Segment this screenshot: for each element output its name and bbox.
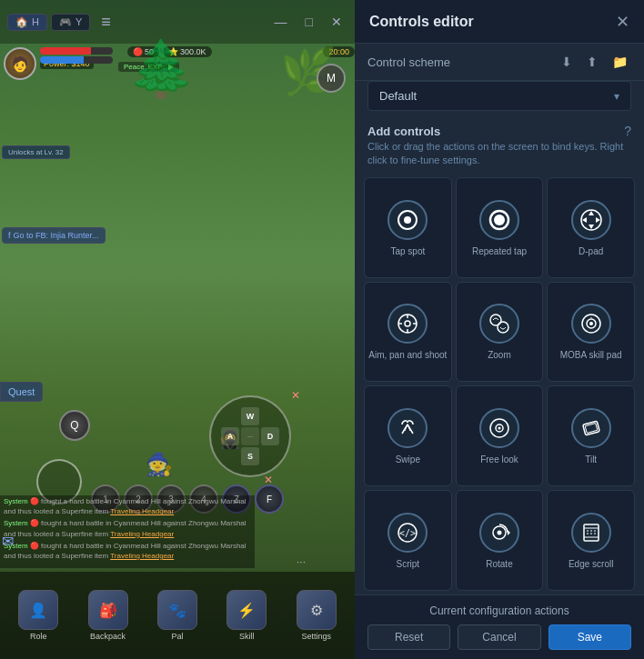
control-edge-scroll[interactable]: Edge scroll xyxy=(547,490,635,591)
control-repeated-tap[interactable]: Repeated tap xyxy=(456,177,544,278)
repeated-tap-label: Repeated tap xyxy=(472,245,527,257)
swipe-icon xyxy=(387,408,428,448)
scheme-upload-button[interactable]: ⬆ xyxy=(583,53,601,71)
facebook-button[interactable]: f Go to FB: Injia Runter... xyxy=(2,227,106,244)
help-icon[interactable]: ? xyxy=(624,124,631,138)
exp-bar xyxy=(40,56,113,64)
tilt-label: Tilt xyxy=(585,454,597,465)
window-close-button[interactable]: ✕ xyxy=(326,13,347,31)
tilt-icon xyxy=(571,408,611,448)
scheme-folder-button[interactable]: 📁 xyxy=(609,53,631,71)
svg-marker-7 xyxy=(582,217,587,223)
svg-marker-6 xyxy=(589,225,594,229)
script-icon: </> xyxy=(387,513,428,553)
scheme-actions: ⬇ ⬆ 📁 xyxy=(558,53,631,71)
d-key[interactable]: D xyxy=(261,427,279,445)
svg-point-23 xyxy=(498,427,500,430)
tap-spot-label: Tap spot xyxy=(390,245,425,257)
player-avatar: 🧑 xyxy=(4,47,36,80)
chat-line-3: System 🔴 fought a hard battle in Cyanmea… xyxy=(0,540,255,562)
svg-point-1 xyxy=(404,216,411,224)
tab-game[interactable]: 🎮Y xyxy=(51,14,90,31)
maximize-button[interactable]: □ xyxy=(300,13,318,31)
mail-icon[interactable]: ✉ xyxy=(2,533,14,550)
scheme-dropdown-value: Default xyxy=(379,89,417,103)
window-controls: — □ ✕ xyxy=(269,13,347,31)
a-key[interactable]: A xyxy=(221,427,239,445)
hud-bars xyxy=(40,47,113,64)
rotate-label: Rotate xyxy=(486,558,512,570)
control-script[interactable]: </> Script xyxy=(364,490,452,591)
minimize-button[interactable]: — xyxy=(269,13,293,31)
footer-buttons: Reset Cancel Save xyxy=(367,624,631,650)
cancel-button[interactable]: Cancel xyxy=(458,624,540,650)
edge-scroll-label: Edge scroll xyxy=(569,558,613,570)
control-zoom[interactable]: Zoom xyxy=(456,282,544,383)
peace-bar: PeaceEXP:▶ xyxy=(118,62,179,72)
q-skill-button[interactable]: Q xyxy=(59,410,90,441)
control-free-look[interactable]: Free look xyxy=(456,385,544,486)
hp-bar xyxy=(40,47,113,55)
add-controls-header: Add controls ? xyxy=(355,118,644,140)
dpad-label: D-pad xyxy=(579,245,603,257)
add-controls-description: Click or drag the actions on the screen … xyxy=(355,140,644,174)
tap-spot-icon xyxy=(387,200,428,240)
control-rotate[interactable]: Rotate xyxy=(456,490,544,591)
script-label: Script xyxy=(397,558,420,570)
chat-expand-button[interactable]: ··· xyxy=(297,555,306,568)
control-tap-spot[interactable]: Tap spot xyxy=(364,177,452,278)
editor-header: Controls editor ✕ xyxy=(355,0,644,44)
rotate-icon xyxy=(479,513,519,553)
control-moba-skill[interactable]: MOBA skill pad xyxy=(547,282,635,383)
svg-point-16 xyxy=(498,322,508,333)
m-button[interactable]: M xyxy=(317,64,346,93)
svg-rect-31 xyxy=(584,524,599,541)
chat-line-2: System 🔴 fought a hard battle in Cyanmea… xyxy=(0,517,255,539)
control-dpad[interactable]: D-pad xyxy=(547,177,635,278)
svg-point-19 xyxy=(589,322,593,325)
chat-line-1: System 🔴 fought a hard battle in Cyanmea… xyxy=(0,495,255,517)
game-topbar: 🏠H 🎮Y ≡ — □ ✕ xyxy=(0,0,355,44)
wasd-center[interactable]: ··· xyxy=(241,427,259,445)
unlocks-badge: Unlocks at Lv. 32 xyxy=(2,145,70,159)
dpad-icon xyxy=(571,200,611,240)
zoom-label: Zoom xyxy=(488,349,511,361)
svg-rect-25 xyxy=(585,424,598,434)
scheme-download-button[interactable]: ⬇ xyxy=(558,53,576,71)
scheme-label: Control scheme xyxy=(367,55,450,69)
bottom-hud: 👤 Role 🎒 Backpack 🐾 Pal ⚡ Skill ⚙ Settin… xyxy=(0,572,355,659)
scheme-dropdown[interactable]: Default ▾ xyxy=(367,81,631,111)
svg-point-29 xyxy=(497,531,501,535)
reset-button[interactable]: Reset xyxy=(367,624,450,650)
role-button[interactable]: 👤 Role xyxy=(18,590,58,641)
control-swipe[interactable]: Swipe xyxy=(364,385,452,486)
editor-panel: Controls editor ✕ Control scheme ⬇ ⬆ 📁 D… xyxy=(355,0,644,659)
svg-marker-8 xyxy=(596,217,600,223)
wasd-control[interactable]: W A ··· D S xyxy=(209,395,291,477)
control-aim-pan-shoot[interactable]: Aim, pan and shoot xyxy=(364,282,452,383)
quest-button[interactable]: Quest xyxy=(0,382,43,402)
save-button[interactable]: Save xyxy=(548,624,631,650)
settings-button[interactable]: ⚙ Settings xyxy=(297,590,337,641)
svg-point-10 xyxy=(405,321,410,326)
svg-marker-30 xyxy=(508,530,510,535)
chat-log: System 🔴 fought a hard battle in Cyanmea… xyxy=(0,495,255,568)
w-key[interactable]: W xyxy=(241,407,259,425)
aim-pan-shoot-icon xyxy=(387,304,428,344)
zoom-icon xyxy=(479,304,519,344)
free-look-icon xyxy=(479,408,519,448)
editor-title: Controls editor xyxy=(369,14,474,30)
s-key[interactable]: S xyxy=(241,447,259,465)
wasd-close-button[interactable]: ✕ xyxy=(291,389,300,402)
control-scheme-row: Control scheme ⬇ ⬆ 📁 xyxy=(355,44,644,81)
control-tilt[interactable]: Tilt xyxy=(547,385,635,486)
svg-marker-5 xyxy=(589,211,594,215)
tab-home[interactable]: 🏠H xyxy=(7,14,47,31)
skill-button[interactable]: ⚡ Skill xyxy=(226,590,267,641)
swipe-label: Swipe xyxy=(396,454,420,465)
hamburger-button[interactable]: ≡ xyxy=(94,9,118,35)
backpack-button[interactable]: 🎒 Backpack xyxy=(88,590,128,641)
editor-close-button[interactable]: ✕ xyxy=(616,12,629,32)
pal-button[interactable]: 🐾 Pal xyxy=(157,590,197,641)
skill-f-button[interactable]: F xyxy=(255,484,284,514)
